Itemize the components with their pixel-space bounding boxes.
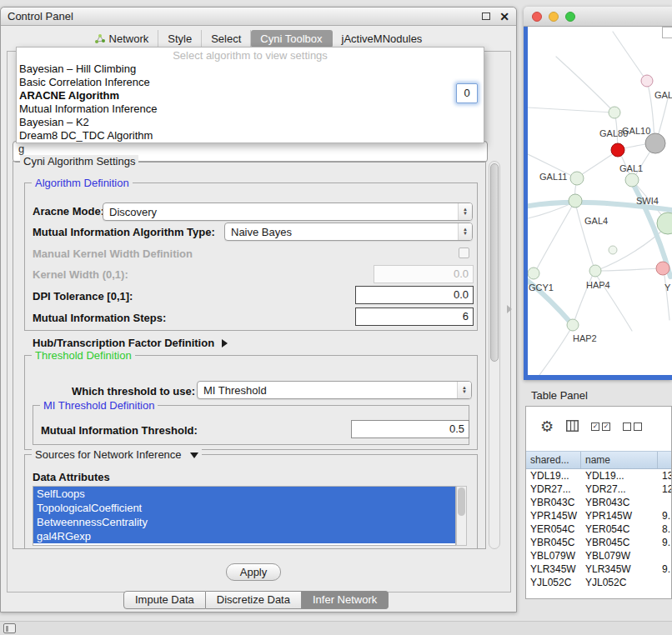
- network-node[interactable]: [657, 212, 672, 234]
- mac-zoom-button[interactable]: [565, 12, 575, 22]
- network-node[interactable]: [609, 107, 620, 118]
- bottom-tab-infer-network[interactable]: Infer Network: [302, 591, 389, 609]
- aracne-mode-combo[interactable]: Discovery ▲▼: [103, 202, 473, 221]
- network-node[interactable]: [625, 173, 639, 187]
- mi-steps-field[interactable]: 6: [355, 308, 474, 326]
- algorithm-option-mutual-information-inference[interactable]: Mutual Information Inference: [17, 102, 484, 116]
- table-row[interactable]: YDL19...YDL19...13: [526, 469, 671, 482]
- algorithm-option-aracne-algorithm[interactable]: ARACNE Algorithm: [17, 89, 484, 102]
- scrollbar-thumb[interactable]: [490, 163, 499, 362]
- algorithm-options: Bayesian – Hill ClimbingBasic Correlatio…: [17, 62, 484, 142]
- table-cell: YBR045C: [526, 536, 581, 549]
- column-header-shared-[interactable]: shared...: [526, 452, 581, 468]
- group-title: Algorithm Definition: [32, 177, 133, 189]
- combo-arrows-icon: ▲▼: [458, 203, 472, 220]
- apply-button[interactable]: Apply: [226, 563, 281, 581]
- mi-threshold-field[interactable]: 0.5: [351, 420, 469, 438]
- algorithm-option-dream8-dc-tdc-algorithm[interactable]: Dream8 DC_TDC Algorithm: [17, 129, 484, 142]
- network-canvas[interactable]: GAL80GAL10GAL11GAL1SWI4GAL4GCY1HAP4HAP2G…: [524, 27, 672, 380]
- tab-style[interactable]: Style: [158, 30, 202, 48]
- network-node[interactable]: [611, 143, 624, 157]
- dpi-tolerance-field[interactable]: 0.0: [355, 286, 474, 304]
- attributes-list-scrollbar[interactable]: [456, 486, 467, 546]
- expand-arrow-icon: [222, 339, 228, 348]
- network-node[interactable]: [656, 262, 669, 275]
- scrollbar-thumb[interactable]: [458, 488, 465, 516]
- table-row[interactable]: YLR345WYLR345W9.: [526, 562, 671, 576]
- table-row[interactable]: YPR145WYPR145W9.: [526, 509, 671, 522]
- tab-jactivemnodules[interactable]: jActiveMNodules: [333, 30, 432, 48]
- table-cell: YJL052C: [581, 576, 658, 589]
- kernel-width-field[interactable]: 0.0: [374, 265, 474, 283]
- table-settings-gear-icon[interactable]: ⚙: [540, 419, 554, 434]
- show-columns-icon[interactable]: [566, 420, 579, 434]
- stray-number-field[interactable]: 0: [456, 83, 478, 103]
- combo-value: Discovery: [109, 206, 157, 218]
- close-window-icon[interactable]: ✕: [499, 11, 509, 22]
- combo-arrows-icon: ▲▼: [458, 223, 472, 240]
- panel-toggle-icon[interactable]: [3, 623, 16, 633]
- table-row[interactable]: YBR043CYBR043C: [526, 496, 671, 509]
- tab-select[interactable]: Select: [202, 30, 251, 48]
- table-row[interactable]: YJL052CYJL052C: [526, 576, 671, 589]
- select-all-icon[interactable]: ✓ ✓: [591, 422, 610, 431]
- column-header-2[interactable]: [658, 452, 671, 468]
- table-row[interactable]: YBR045CYBR045C9.: [526, 536, 671, 549]
- table-cell: YDR27...: [581, 482, 658, 496]
- node-table: ⚙ ✓ ✓ shared...name YDL19...YDL19...13YD…: [525, 406, 672, 599]
- network-node[interactable]: [609, 246, 617, 254]
- table-header-row: shared...name: [526, 451, 671, 469]
- node-label-gal10: GAL10: [622, 126, 650, 136]
- table-cell: 9.: [658, 562, 671, 576]
- attribute-item-betweennesscentrality[interactable]: BetweennessCentrality: [33, 515, 455, 529]
- table-row[interactable]: YBL079WYBL079W: [526, 549, 671, 562]
- table-cell: YPR145W: [526, 509, 581, 522]
- table-row[interactable]: YER054CYER054C8.: [526, 522, 671, 536]
- mi-algorithm-type-combo[interactable]: Naive Bayes ▲▼: [224, 222, 473, 241]
- tab-label: Network: [109, 32, 149, 45]
- table-cell: [658, 576, 671, 589]
- splitter-handle[interactable]: [507, 305, 512, 313]
- mac-minimize-button[interactable]: [549, 12, 559, 22]
- window-title: Control Panel: [8, 10, 482, 22]
- algorithm-option-basic-correlation-inference[interactable]: Basic Correlation Inference: [17, 76, 484, 89]
- settings-scrollbar[interactable]: [489, 161, 500, 549]
- tab-network[interactable]: Network: [86, 30, 159, 48]
- cyni-bottom-tabs: Impute DataDiscretize DataInfer Network: [123, 591, 389, 609]
- algorithm-placeholder-option[interactable]: Select algorithm to view settings: [17, 49, 484, 62]
- tab-cyni-toolbox[interactable]: Cyni Toolbox: [251, 30, 332, 48]
- tab-label: Cyni Toolbox: [260, 32, 322, 45]
- attribute-item-topologicalcoefficient[interactable]: TopologicalCoefficient: [33, 501, 455, 515]
- algorithm-option-bayesian-hill-climbing[interactable]: Bayesian – Hill Climbing: [17, 62, 484, 76]
- tab-label: jActiveMNodules: [342, 32, 423, 45]
- hub-definition-toggle[interactable]: Hub/Transcription Factor Definition: [33, 337, 228, 349]
- sources-toggle[interactable]: Sources for Network Inference: [32, 448, 202, 461]
- attribute-item-gal4rgexp[interactable]: gal4RGexp: [33, 529, 455, 543]
- which-threshold-combo[interactable]: MI Threshold ▲▼: [197, 381, 472, 399]
- network-node[interactable]: [569, 194, 582, 208]
- data-attributes-list[interactable]: SelfLoopsTopologicalCoefficientBetweenne…: [33, 486, 456, 546]
- network-node[interactable]: [528, 268, 539, 279]
- deselect-all-icon[interactable]: [623, 422, 642, 431]
- node-label-y: Y: [664, 282, 671, 292]
- float-window-icon[interactable]: [482, 12, 490, 20]
- mi-steps-label: Mutual Information Steps:: [33, 312, 166, 324]
- mac-close-button[interactable]: [532, 12, 542, 22]
- column-header-name[interactable]: name: [581, 452, 658, 468]
- network-node[interactable]: [567, 319, 579, 331]
- attribute-item-selfloops[interactable]: SelfLoops: [33, 487, 455, 501]
- hub-definition-label: Hub/Transcription Factor Definition: [33, 337, 214, 349]
- algorithm-option-bayesian-k2[interactable]: Bayesian – K2: [17, 116, 484, 129]
- network-node[interactable]: [589, 265, 601, 277]
- bottom-tab-discretize-data[interactable]: Discretize Data: [206, 591, 302, 609]
- dpi-tolerance-label: DPI Tolerance [0,1]:: [33, 290, 133, 302]
- manual-kernel-checkbox[interactable]: [459, 248, 469, 258]
- bottom-tab-impute-data[interactable]: Impute Data: [123, 591, 206, 609]
- network-node[interactable]: [641, 75, 653, 87]
- table-cell: 9.: [658, 509, 671, 522]
- table-row[interactable]: YDR27...YDR27...12: [526, 482, 671, 496]
- network-node[interactable]: [570, 172, 584, 185]
- empty-box-icon: [623, 422, 631, 431]
- network-node[interactable]: [645, 133, 665, 153]
- group-title: Cyni Algorithm Settings: [20, 155, 138, 168]
